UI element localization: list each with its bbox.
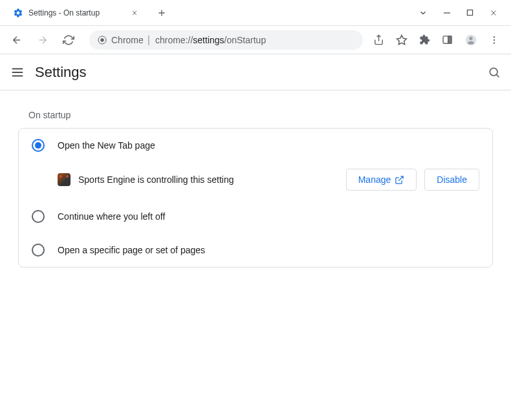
window-controls	[419, 8, 511, 17]
svg-point-8	[469, 36, 472, 39]
extension-icon	[58, 173, 71, 186]
svg-point-9	[494, 36, 495, 37]
address-bar[interactable]: Chrome | chrome://settings/onStartup	[89, 30, 363, 50]
svg-rect-1	[467, 10, 472, 15]
svg-line-16	[497, 74, 499, 77]
option-label: Continue where you left off	[58, 211, 165, 222]
extensions-icon[interactable]	[419, 34, 430, 45]
search-settings-button[interactable]	[488, 66, 501, 79]
close-window-button[interactable]	[489, 8, 498, 17]
radio-unselected[interactable]	[32, 244, 45, 257]
chevron-down-icon[interactable]	[419, 8, 428, 17]
forward-button[interactable]	[32, 30, 53, 50]
hamburger-icon[interactable]	[10, 65, 25, 79]
svg-rect-6	[448, 36, 451, 43]
new-tab-button[interactable]	[157, 8, 167, 18]
svg-point-11	[494, 42, 495, 43]
toolbar: Chrome | chrome://settings/onStartup	[0, 26, 511, 54]
profile-icon[interactable]	[464, 34, 477, 47]
page-title: Settings	[35, 64, 87, 81]
bookmark-icon[interactable]	[396, 34, 408, 46]
settings-header: Settings	[0, 54, 511, 90]
tab-title: Settings - On startup	[28, 8, 100, 17]
radio-unselected[interactable]	[32, 210, 45, 223]
gear-icon	[13, 8, 23, 18]
toolbar-actions	[373, 34, 505, 47]
minimize-button[interactable]	[443, 9, 451, 17]
svg-point-15	[490, 68, 497, 76]
extension-control-notice: Sports Engine is controlling this settin…	[19, 162, 492, 200]
svg-point-3	[100, 38, 103, 41]
svg-point-10	[494, 39, 495, 40]
sidepanel-icon[interactable]	[442, 34, 453, 45]
settings-content: On startup Open the New Tab page Sports …	[0, 90, 511, 287]
manage-button[interactable]: Manage	[346, 169, 417, 191]
menu-kebab-icon[interactable]	[489, 35, 499, 45]
section-title: On startup	[28, 110, 495, 120]
option-label: Open a specific page or set of pages	[58, 245, 205, 255]
share-icon[interactable]	[373, 34, 384, 45]
site-info-icon[interactable]: Chrome |	[97, 34, 150, 46]
option-label: Open the New Tab page	[58, 140, 155, 151]
option-new-tab[interactable]: Open the New Tab page	[19, 129, 492, 162]
maximize-button[interactable]	[466, 9, 473, 16]
back-button[interactable]	[6, 30, 27, 50]
radio-selected[interactable]	[32, 139, 45, 152]
disable-button[interactable]: Disable	[424, 169, 479, 191]
titlebar: Settings - On startup	[0, 0, 511, 26]
option-specific-pages[interactable]: Open a specific page or set of pages	[19, 233, 492, 267]
option-continue[interactable]: Continue where you left off	[19, 200, 492, 233]
reload-button[interactable]	[58, 30, 79, 50]
browser-tab[interactable]: Settings - On startup	[5, 3, 146, 23]
control-text: Sports Engine is controlling this settin…	[78, 174, 338, 185]
tab-close-button[interactable]	[131, 9, 138, 17]
startup-options-card: Open the New Tab page Sports Engine is c…	[18, 128, 493, 268]
